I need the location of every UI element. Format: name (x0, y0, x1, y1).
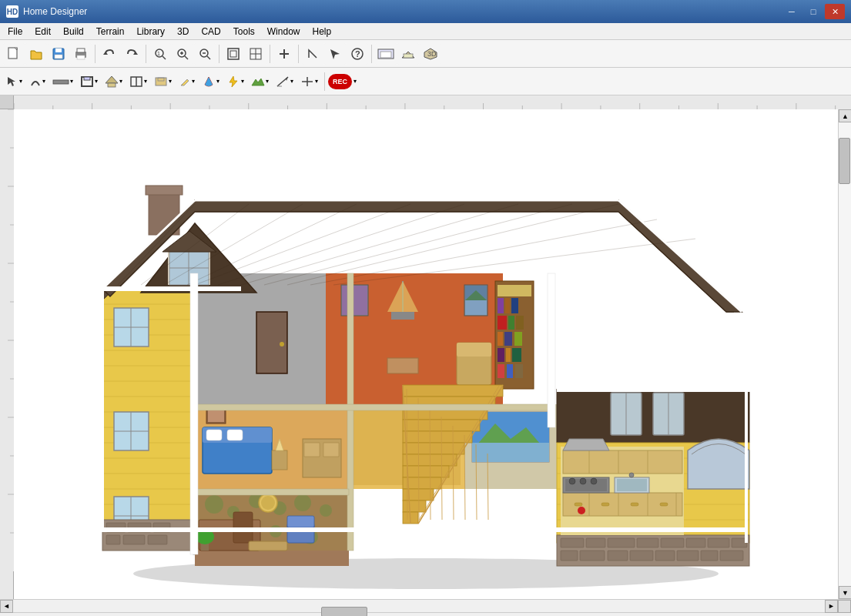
record-button[interactable]: REC (328, 74, 352, 89)
svg-rect-121 (148, 535, 167, 544)
menu-terrain[interactable]: Terrain (90, 23, 131, 39)
room-tool-button[interactable]: ▾ (77, 71, 101, 92)
paint-tool-button[interactable]: ▾ (199, 71, 223, 92)
svg-point-268 (578, 507, 585, 514)
view-3d-front-button[interactable] (397, 43, 419, 65)
svg-rect-3 (55, 55, 62, 59)
maximize-button[interactable]: □ (803, 4, 823, 19)
select-tool-button[interactable]: ▾ (3, 71, 25, 92)
structure-tool-button[interactable]: ▾ (102, 71, 126, 92)
svg-line-277 (264, 204, 572, 285)
electric-tool-button[interactable]: ▾ (223, 71, 247, 92)
svg-marker-7 (103, 52, 108, 55)
help-button[interactable]: ? (347, 43, 368, 65)
wall-tool-button[interactable]: ▾ (49, 71, 76, 92)
new-button[interactable] (3, 43, 25, 65)
horizontal-ruler (14, 95, 851, 109)
undo-button[interactable] (99, 43, 120, 65)
menu-3d[interactable]: 3D (171, 23, 195, 39)
scroll-down-arrow[interactable]: ▼ (839, 586, 851, 599)
svg-rect-244 (720, 551, 743, 561)
svg-point-263 (591, 478, 597, 484)
vertical-scrollbar[interactable]: ▲ ▼ (838, 109, 851, 599)
svg-rect-311 (548, 273, 555, 427)
angle-button[interactable] (302, 43, 323, 65)
fit-page-button[interactable] (245, 43, 266, 65)
horizontal-scrollbar[interactable]: ◄ ► (0, 599, 851, 612)
svg-rect-184 (498, 332, 503, 346)
dimension-tool-button[interactable]: ▾ (273, 71, 297, 92)
main-area: ▲ ▼ (0, 109, 851, 599)
svg-rect-119 (106, 535, 120, 544)
menu-bar: File Edit Build Terrain Library 3D CAD T… (0, 23, 851, 40)
svg-rect-188 (506, 348, 511, 362)
open-button[interactable] (25, 43, 47, 65)
svg-point-173 (280, 342, 284, 346)
redo-button[interactable] (121, 43, 142, 65)
arrow-tool-button[interactable] (324, 43, 346, 65)
record-dropdown-arrow[interactable]: ▾ (353, 78, 357, 85)
print-button[interactable] (70, 43, 92, 65)
zoom-in-button[interactable] (172, 43, 193, 65)
separator (371, 45, 372, 63)
svg-rect-231 (608, 538, 635, 547)
view-2d-button[interactable] (375, 43, 397, 65)
app-icon: HD (6, 5, 18, 18)
svg-rect-177 (498, 285, 531, 296)
cabinet-tool-button[interactable]: ▾ (151, 71, 175, 92)
svg-rect-288 (403, 431, 472, 443)
zoom-out-button[interactable] (194, 43, 216, 65)
minimize-button[interactable]: ─ (782, 4, 802, 19)
add-button[interactable] (273, 43, 295, 65)
view-3d-full-button[interactable]: 3D (420, 43, 441, 65)
svg-rect-239 (608, 551, 628, 561)
svg-marker-39 (106, 76, 118, 83)
menu-help[interactable]: Help (306, 23, 337, 39)
menu-edit[interactable]: Edit (28, 23, 57, 39)
scroll-left-arrow[interactable]: ◄ (0, 600, 13, 613)
scroll-up-arrow[interactable]: ▲ (839, 109, 851, 122)
svg-rect-252 (601, 503, 609, 506)
menu-tools[interactable]: Tools (227, 23, 261, 39)
scroll-right-arrow[interactable]: ► (825, 600, 838, 613)
window-controls: ─ □ ✕ (782, 4, 845, 19)
svg-rect-147 (249, 541, 287, 551)
svg-line-10 (162, 56, 166, 59)
menu-build[interactable]: Build (57, 23, 90, 39)
arc-tool-button[interactable]: ▾ (26, 71, 49, 92)
svg-rect-190 (498, 364, 504, 378)
terrain-tool-button[interactable]: ▾ (248, 71, 272, 92)
svg-point-129 (205, 495, 223, 514)
svg-rect-237 (561, 551, 578, 561)
menu-file[interactable]: File (2, 23, 28, 39)
svg-marker-35 (8, 77, 15, 86)
svg-point-261 (569, 478, 575, 484)
svg-rect-178 (498, 298, 504, 313)
menu-window[interactable]: Window (261, 23, 307, 39)
door-window-tool-button[interactable]: ▾ (126, 71, 150, 92)
scroll-thumb-vertical[interactable] (839, 138, 850, 184)
svg-rect-289 (403, 443, 464, 454)
pencil-tool-button[interactable]: ▾ (176, 71, 198, 92)
scrollbar-corner (838, 600, 851, 613)
svg-rect-201 (465, 300, 487, 315)
svg-rect-36 (53, 80, 69, 84)
close-button[interactable]: ✕ (825, 4, 845, 19)
svg-rect-5 (77, 49, 85, 52)
scroll-thumb-horizontal[interactable] (321, 607, 367, 616)
svg-point-134 (320, 504, 332, 517)
separator (95, 45, 95, 63)
svg-rect-181 (498, 316, 507, 330)
cross-tool-button[interactable]: ▾ (297, 71, 321, 92)
scroll-track-vertical[interactable] (839, 122, 851, 586)
menu-cad[interactable]: CAD (195, 23, 226, 39)
svg-rect-32 (404, 54, 413, 58)
svg-rect-180 (511, 298, 518, 313)
save-button[interactable] (48, 43, 69, 65)
corner-box (0, 95, 14, 109)
fit-window-button[interactable] (223, 43, 244, 65)
menu-library[interactable]: Library (130, 23, 171, 39)
zoom-realsize-button[interactable]: 1 (149, 43, 171, 65)
svg-rect-191 (507, 364, 513, 378)
svg-point-149 (261, 496, 275, 510)
